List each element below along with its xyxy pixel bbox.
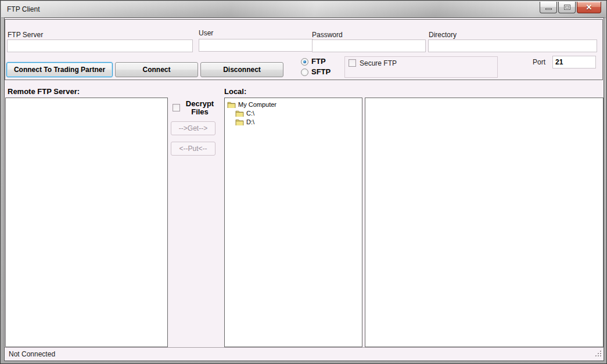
ftp-server-input[interactable] (7, 39, 193, 52)
folder-icon (235, 110, 244, 117)
close-icon: ✕ (577, 3, 601, 12)
directory-label: Directory (429, 31, 457, 39)
secure-ftp-checkbox[interactable] (349, 59, 356, 67)
local-file-list[interactable] (365, 98, 604, 347)
ftp-server-label: FTP Server (8, 31, 43, 39)
remote-pane-label: Remote FTP Server: (8, 87, 80, 96)
secure-ftp-group: Secure FTP (344, 56, 498, 78)
password-label: Password (312, 31, 343, 39)
folder-icon (235, 118, 244, 125)
status-bar: Not Connected (5, 347, 604, 360)
password-input[interactable] (312, 39, 426, 52)
disconnect-button[interactable]: Disconnect (200, 62, 283, 77)
folder-icon (227, 101, 236, 108)
sftp-radio[interactable] (301, 69, 308, 76)
user-input[interactable] (199, 39, 313, 52)
window-title: FTP Client (7, 5, 39, 13)
connect-button[interactable]: Connect (115, 62, 198, 77)
minimize-button[interactable] (540, 2, 557, 13)
ftp-radio[interactable] (301, 58, 308, 66)
maximize-button[interactable] (558, 2, 576, 13)
remote-file-list[interactable] (5, 98, 168, 347)
tree-item-label: My Computer (238, 101, 276, 108)
app-window: FTP Client ✕ FTP Server User Password Di… (0, 0, 607, 364)
connect-trading-partner-button[interactable]: Connect To Trading Partner (6, 62, 113, 77)
status-text: Not Connected (9, 350, 55, 358)
minimize-icon (545, 8, 552, 10)
port-input[interactable] (552, 56, 596, 69)
resize-grip[interactable] (595, 351, 602, 358)
title-bar[interactable]: FTP Client ✕ (1, 1, 606, 18)
tree-item-my-computer[interactable]: My Computer (225, 100, 362, 109)
get-button[interactable]: -->Get--> (171, 121, 215, 135)
directory-input[interactable] (428, 39, 597, 52)
decrypt-files-checkbox[interactable] (173, 104, 180, 111)
sftp-radio-label[interactable]: SFTP (311, 67, 331, 76)
connection-panel: FTP Server User Password Directory Conne… (5, 19, 603, 80)
tree-item-label: C:\ (246, 110, 254, 117)
local-tree[interactable]: My Computer C:\ D:\ (224, 98, 362, 347)
tree-item-label: D:\ (246, 118, 254, 125)
client-area: FTP Server User Password Directory Conne… (4, 17, 604, 361)
ftp-radio-label[interactable]: FTP (311, 57, 326, 66)
local-pane-label: Local: (224, 87, 246, 96)
close-button[interactable]: ✕ (577, 2, 601, 13)
tree-item-c-drive[interactable]: C:\ (225, 109, 362, 117)
window-controls: ✕ (540, 2, 601, 13)
user-label: User (199, 29, 213, 37)
tree-item-d-drive[interactable]: D:\ (225, 117, 362, 126)
maximize-icon (564, 5, 570, 10)
decrypt-files-label[interactable]: Decrypt Files (181, 100, 219, 116)
port-label: Port (533, 58, 545, 66)
put-button[interactable]: <--Put<-- (171, 142, 215, 156)
secure-ftp-label[interactable]: Secure FTP (360, 59, 397, 67)
